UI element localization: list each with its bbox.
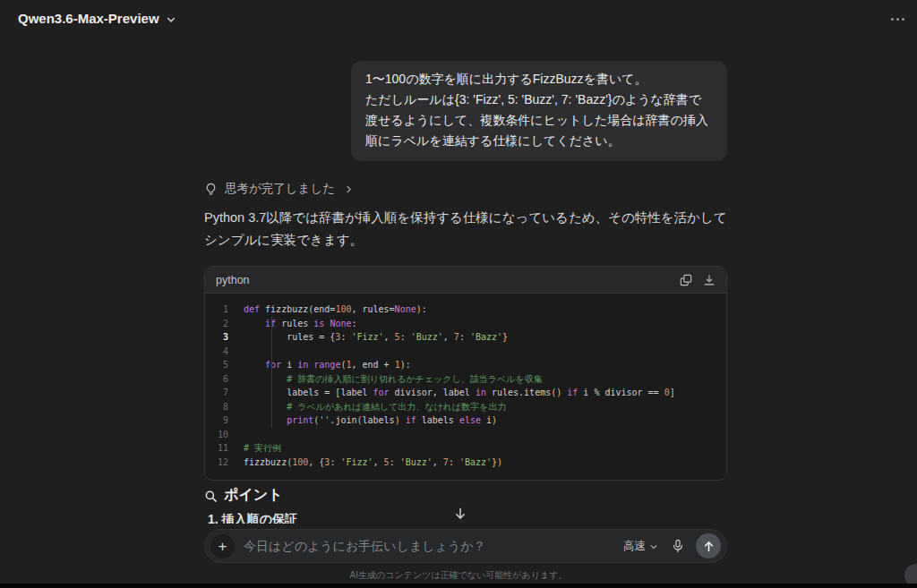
- code-line-text: print(''.join(labels) if labels else i): [228, 413, 497, 428]
- magnifier-icon: [204, 490, 218, 503]
- code-line-text: for i in range(1, end + 1):: [228, 358, 411, 372]
- code-line: 5 for i in range(1, end + 1):: [205, 358, 726, 372]
- indent-guide: [271, 317, 272, 428]
- thinking-toggle[interactable]: 思考が完了しました: [204, 181, 354, 197]
- model-selector[interactable]: Qwen3.6-Max-Preview: [18, 11, 176, 26]
- chevron-down-icon: [649, 542, 658, 551]
- line-number: 4: [205, 345, 228, 359]
- chevron-right-icon: [344, 184, 354, 194]
- message-input[interactable]: [235, 539, 623, 553]
- code-language-label: python: [216, 274, 250, 286]
- model-name: Qwen3.6-Max-Preview: [18, 11, 159, 26]
- code-line-text: # 辞書の挿入順に割り切れるかチェックし、該当ラベルを収集: [228, 372, 543, 387]
- code-line: 6 # 辞書の挿入順に割り切れるかチェックし、該当ラベルを収集: [205, 372, 726, 387]
- thinking-label: 思考が完了しました: [225, 181, 335, 197]
- code-line-text: if rules is None:: [228, 317, 357, 331]
- code-line: 1def fizzbuzz(end=100, rules=None):: [205, 303, 726, 317]
- points-heading-text: ポイント: [224, 486, 283, 505]
- send-button[interactable]: [696, 533, 721, 558]
- chat-column: 1〜100の数字を順に出力するFizzBuzzを書いて。 ただしルールは{3: …: [204, 0, 727, 588]
- arrow-down-icon: [453, 507, 478, 521]
- code-line: 10: [205, 428, 726, 442]
- line-number: 2: [205, 317, 228, 331]
- code-lines: 1def fizzbuzz(end=100, rules=None):2 if …: [205, 303, 726, 469]
- code-line-text: def fizzbuzz(end=100, rules=None):: [228, 303, 427, 317]
- microphone-icon: [671, 539, 685, 553]
- code-line-text: fizzbuzz(100, {3: 'Fizz', 5: 'Buzz', 7: …: [228, 456, 502, 470]
- answer-paragraph: Python 3.7以降では辞書が挿入順を保持する仕様になっているため、その特性…: [204, 207, 727, 251]
- code-line: 9 print(''.join(labels) if labels else i…: [205, 413, 726, 428]
- copy-icon: [680, 274, 692, 286]
- code-line: 3 rules = {3: 'Fizz', 5: 'Buzz', 7: 'Baz…: [205, 330, 726, 345]
- code-body: 1def fizzbuzz(end=100, rules=None):2 if …: [205, 294, 726, 480]
- lightbulb-icon: [204, 183, 218, 196]
- bottom-edge: [0, 584, 917, 588]
- line-number: 11: [205, 441, 228, 456]
- ellipsis-icon: [891, 18, 894, 21]
- code-line-text: [228, 345, 249, 359]
- mode-label: 高速: [623, 539, 646, 554]
- download-icon: [703, 274, 716, 286]
- code-line: 12fizzbuzz(100, {3: 'Fizz', 5: 'Buzz', 7…: [205, 456, 726, 470]
- code-line: 8 # ラベルがあれば連結して出力、なければ数字を出力: [205, 400, 726, 414]
- line-number: 1: [205, 303, 228, 317]
- plus-icon: +: [219, 535, 227, 558]
- code-line: 2 if rules is None:: [205, 317, 726, 331]
- add-attachment-button[interactable]: +: [210, 534, 235, 558]
- code-line-text: # ラベルがあれば連結して出力、なければ数字を出力: [228, 400, 507, 414]
- line-number: 10: [205, 428, 228, 442]
- mode-selector[interactable]: 高速: [623, 539, 658, 554]
- line-number: 5: [205, 358, 228, 372]
- mic-button[interactable]: [671, 539, 685, 553]
- code-line-text: # 実行例: [228, 441, 281, 456]
- more-options-button[interactable]: [891, 13, 904, 25]
- code-line: 7 labels = [label for divisor, label in …: [205, 386, 726, 400]
- code-header: python: [205, 267, 726, 294]
- code-block: python 1def fizzbuzz(end=100, rules=None…: [204, 266, 727, 481]
- code-line-text: rules = {3: 'Fizz', 5: 'Buzz', 7: 'Bazz'…: [228, 330, 508, 345]
- points-heading: ポイント: [204, 486, 283, 505]
- line-number: 12: [205, 456, 228, 470]
- copy-code-button[interactable]: [680, 274, 692, 286]
- code-line: 4: [205, 345, 726, 359]
- code-line-text: [228, 428, 249, 442]
- line-number: 9: [205, 413, 228, 428]
- arrow-up-icon: [702, 540, 716, 553]
- code-line: 11# 実行例: [205, 441, 726, 456]
- chevron-down-icon: [166, 14, 176, 25]
- scroll-to-bottom-button[interactable]: [453, 504, 478, 524]
- line-number: 7: [205, 386, 228, 400]
- line-number: 6: [205, 372, 228, 387]
- line-number: 3: [205, 330, 228, 345]
- user-message-bubble: 1〜100の数字を順に出力するFizzBuzzを書いて。 ただしルールは{3: …: [351, 61, 727, 161]
- code-line-text: labels = [label for divisor, label in ru…: [228, 386, 675, 400]
- line-number: 8: [205, 400, 228, 414]
- composer: + 高速: [204, 529, 727, 563]
- download-code-button[interactable]: [703, 274, 716, 286]
- ai-disclaimer: AI生成のコンテンツは正確でない可能性があります。: [0, 569, 917, 582]
